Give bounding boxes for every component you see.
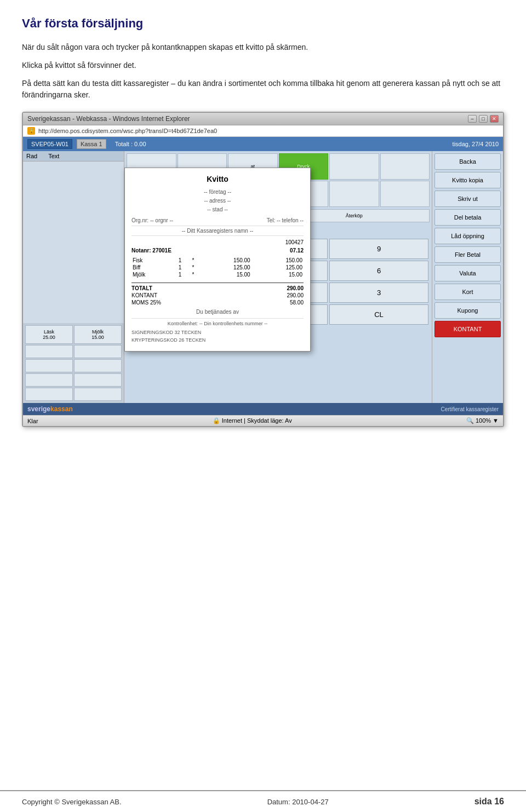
sida-label: sida <box>474 797 492 806</box>
receipt-number: 100427 <box>285 239 304 245</box>
close-button[interactable]: ✕ <box>490 115 499 123</box>
intro-paragraph-2: Klicka på kvittot så försvinner det. <box>22 60 504 71</box>
valuta-button[interactable]: Valuta <box>434 265 501 281</box>
receipt-title: Kvitto <box>132 175 304 183</box>
receipt-item-biff: Biff1* 125.00125.00 <box>132 264 304 271</box>
pos-app: SVEP05-W01 Kassa 1 Totalt : 0.00 tisdag,… <box>23 137 503 415</box>
pos-main: Rad Text Läsk25.00 Mjölk15.00 <box>23 151 503 403</box>
product-button-empty-3[interactable] <box>25 359 73 372</box>
receipt-moms-row: MOMS 25% 58.00 <box>132 300 304 306</box>
pos-item-list <box>23 162 124 323</box>
footer-copyright: Copyright © Sverigekassan AB. <box>22 798 122 806</box>
receipt-totalt-row: TOTALT 290.00 <box>132 285 304 291</box>
browser-url[interactable]: http://demo.pos.cdisystem.com/wsc.php?tr… <box>38 128 499 134</box>
org-label: Org.nr: -- orgnr -- <box>132 217 173 223</box>
pos-footer-logo: sverigekassan <box>27 405 73 413</box>
product-button-lask[interactable]: Läsk25.00 <box>25 325 73 344</box>
receipt-item-mjolk: Mjölk1* 15.0015.00 <box>132 271 304 278</box>
totalt-label: TOTALT <box>132 285 152 291</box>
mid-btn-12[interactable] <box>380 181 430 207</box>
moms-label: MOMS 25% <box>132 300 161 306</box>
tel-label: Tel: -- telefon -- <box>267 217 304 223</box>
mid-btn-11[interactable] <box>329 181 379 207</box>
footer-sida: sida 16 <box>474 797 504 807</box>
receipt-total-section: TOTALT 290.00 KONTANT 290.00 MOMS 25% 58… <box>132 283 304 306</box>
status-zoom: 🔍 100% ▼ <box>466 417 499 424</box>
pos-product-grid: Läsk25.00 Mjölk15.00 <box>23 323 124 403</box>
mid-btn-6[interactable] <box>380 153 430 180</box>
kupong-button[interactable]: Kupong <box>434 302 501 319</box>
intro-paragraph-3: På detta sätt kan du testa ditt kassareg… <box>22 78 504 101</box>
kontant-button[interactable]: KONTANT <box>434 321 501 337</box>
totalt-value: 290.00 <box>287 285 304 291</box>
page-footer: Copyright © Sverigekassan AB. Datum: 201… <box>0 790 526 812</box>
logo-kassan: kassan <box>50 405 73 413</box>
receipt-items: Fisk1* 150.00150.00 Biff1* 125.00125.00 … <box>132 257 304 278</box>
notanr-label: Notanr: 27001E <box>132 247 171 254</box>
mid-btn-5[interactable] <box>329 153 379 180</box>
kassa-id: SVEP05-W01 <box>27 139 72 149</box>
receipt-thanks: Du betjänades av <box>132 309 304 315</box>
page-title: Vår första försäljning <box>22 16 504 31</box>
totalt-label: Totalt : <box>115 141 133 147</box>
security-icon: 🔒 <box>27 127 35 135</box>
text-label: Text <box>48 153 59 159</box>
totalt-value: 0.00 <box>134 141 146 147</box>
product-button-empty-4[interactable] <box>74 359 122 372</box>
minimize-button[interactable]: – <box>468 115 477 123</box>
pos-right-panel: Backa Kvitto kopia Skriv ut Del betala L… <box>432 151 503 403</box>
logo-sverige: sverige <box>27 405 50 413</box>
browser-titlebar: Sverigekassan - Webkassa - Windows Inter… <box>23 113 503 125</box>
browser-title: Sverigekassan - Webkassa - Windows Inter… <box>27 115 190 123</box>
del-betala-button[interactable]: Del betala <box>434 209 501 226</box>
num-btn-3[interactable]: 3 <box>329 283 428 303</box>
lad-oppning-button[interactable]: Låd öppning <box>434 228 501 244</box>
pos-header-left: SVEP05-W01 Kassa 1 Totalt : 0.00 <box>27 139 151 149</box>
kassa-name: Kassa 1 <box>77 139 106 149</box>
num-btn-9[interactable]: 9 <box>329 239 428 259</box>
signing2: KRYPTERINGSKOD 26 TECKEN <box>132 336 304 344</box>
receipt-item-fisk: Fisk1* 150.00150.00 <box>132 257 304 264</box>
num-btn-cl[interactable]: CL <box>329 304 428 325</box>
receipt-numbers: 100427 <box>132 239 304 245</box>
receipt-kassaname: -- Ditt Kassaregisters namn -- <box>132 226 304 236</box>
datum-label: Datum: <box>267 798 290 806</box>
pos-left-header: Rad Text <box>23 151 124 162</box>
product-button-empty-2[interactable] <box>74 345 122 358</box>
fler-betal-button[interactable]: Fler Betal <box>434 246 501 263</box>
receipt-overlay[interactable]: Kvitto -- företag ---- adress ---- stad … <box>124 168 311 352</box>
num-btn-6[interactable]: 6 <box>329 261 428 281</box>
product-button-mjolk[interactable]: Mjölk15.00 <box>74 325 122 344</box>
rad-label: Rad <box>26 153 37 159</box>
restore-button[interactable]: □ <box>479 115 488 123</box>
product-button-empty-7[interactable] <box>25 388 73 401</box>
status-middle: 🔒 Internet | Skyddat läge: Av <box>213 417 292 424</box>
receipt-notanr: Notanr: 27001E 07.12 <box>132 247 304 254</box>
pos-footer-cert: Certifierat kassaregister <box>441 406 499 412</box>
receipt-time: 07.12 <box>290 247 304 254</box>
pos-date: tisdag, 27/4 2010 <box>453 141 499 147</box>
browser-controls: – □ ✕ <box>468 115 499 123</box>
receipt-control: Kontrollenhet: -- Din kontrollenhets num… <box>132 318 304 326</box>
pos-footer: sverigekassan Certifierat kassaregister <box>23 403 503 415</box>
pos-header: SVEP05-W01 Kassa 1 Totalt : 0.00 tisdag,… <box>23 137 503 151</box>
receipt-kontant-row: KONTANT 290.00 <box>132 292 304 298</box>
status-klar: Klar <box>27 418 38 424</box>
page-content: Vår första försäljning När du sålt någon… <box>0 0 526 482</box>
kvitto-kopia-button[interactable]: Kvitto kopia <box>434 172 501 188</box>
sida-number: 16 <box>494 797 504 806</box>
receipt-signing: SIGNERINGSKOD 32 TECKEN KRYPTERINGSKOD 2… <box>132 329 304 344</box>
kort-button[interactable]: Kort <box>434 284 501 300</box>
product-button-empty-5[interactable] <box>25 373 73 387</box>
browser-window: Sverigekassan - Webkassa - Windows Inter… <box>22 112 504 427</box>
intro-paragraph-1: När du sålt någon vara och trycker på ko… <box>22 42 504 53</box>
backa-button[interactable]: Backa <box>434 153 501 170</box>
signing1: SIGNERINGSKOD 32 TECKEN <box>132 329 304 336</box>
product-button-empty-8[interactable] <box>74 388 122 401</box>
product-button-empty-1[interactable] <box>25 345 73 358</box>
product-button-empty-6[interactable] <box>74 373 122 387</box>
browser-statusbar: Klar 🔒 Internet | Skyddat läge: Av 🔍 100… <box>23 415 503 426</box>
kontant-value: 290.00 <box>287 292 304 298</box>
datum-value: 2010-04-27 <box>292 798 329 806</box>
skriv-ut-button[interactable]: Skriv ut <box>434 191 501 207</box>
